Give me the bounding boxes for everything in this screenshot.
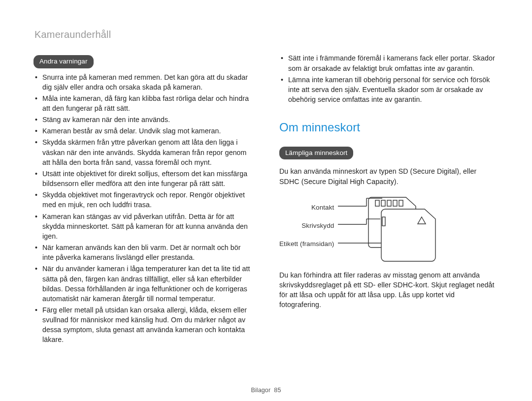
svg-rect-8 (375, 200, 379, 206)
memory-card-intro: Du kan använda minneskort av typen SD (S… (279, 166, 499, 186)
list-item: Utsätt inte objektivet för direkt sollju… (33, 169, 253, 188)
svg-rect-11 (393, 200, 397, 206)
list-item: Skydda skärmen från yttre påverkan genom… (33, 137, 253, 167)
sd-card-illustration (337, 195, 445, 264)
suitable-cards-pill: Lämpliga minneskort (279, 147, 353, 159)
content-columns: Andra varningar Snurra inte på kameran m… (33, 53, 499, 346)
label-write-protect: Skrivskydd (279, 216, 337, 235)
list-item: När du använder kameran i låga temperatu… (33, 264, 253, 304)
label-front: Etikett (framsidan) (279, 235, 337, 253)
sd-card-figure: Kontakt Skrivskydd Etikett (framsidan) (279, 195, 499, 264)
list-item: När kameran används kan den bli varm. De… (33, 243, 253, 262)
page-footer: Bilagor 85 (0, 386, 532, 395)
other-warnings-pill: Andra varningar (33, 55, 94, 68)
page-title: Kameraunderhåll (34, 28, 499, 41)
list-item: Stäng av kameran när den inte används. (33, 115, 253, 124)
list-item: Kameran består av små delar. Undvik slag… (33, 126, 253, 136)
right-column: Sätt inte i främmande föremål i kamerans… (279, 53, 499, 346)
svg-rect-10 (387, 200, 391, 206)
svg-rect-12 (399, 200, 403, 206)
list-item: Snurra inte på kameran med remmen. Det k… (33, 72, 253, 92)
top-warnings-list: Sätt inte i främmande föremål i kamerans… (279, 53, 499, 104)
list-item: Sätt inte i främmande föremål i kamerans… (279, 53, 499, 73)
left-column: Andra varningar Snurra inte på kameran m… (33, 53, 253, 346)
list-item: Kameran kan stängas av vid påverkan utif… (33, 212, 253, 241)
memory-card-heading: Om minneskort (279, 119, 499, 136)
memory-card-outro: Du kan förhindra att filer raderas av mi… (279, 270, 499, 310)
svg-rect-9 (381, 200, 385, 206)
page-number: 85 (274, 387, 281, 394)
footer-section-label: Bilagor (251, 387, 271, 394)
other-warnings-list: Snurra inte på kameran med remmen. Det k… (33, 72, 253, 345)
list-item: Skydda objektivet mot fingeravtryck och … (33, 190, 253, 210)
label-contact: Kontakt (279, 198, 337, 216)
list-item: Måla inte kameran, då färg kan klibba fa… (33, 93, 253, 113)
list-item: Färg eller metall på utsidan kan orsaka … (33, 305, 253, 345)
list-item: Lämna inte kameran till obehörig persona… (279, 75, 499, 104)
